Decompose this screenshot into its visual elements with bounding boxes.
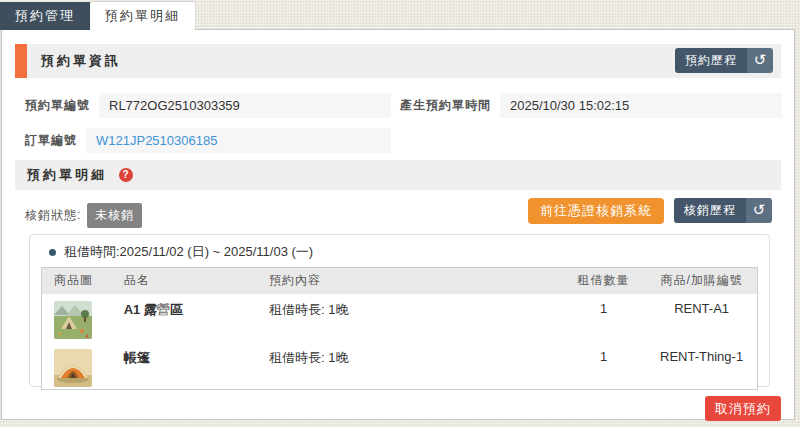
campsite-product-image [54, 301, 92, 339]
verify-status-badge: 未核銷 [87, 203, 142, 228]
verify-status-label: 核銷狀態: [25, 207, 81, 224]
tab-reservation-management[interactable]: 預約管理 [0, 2, 90, 30]
col-header-reservation-content: 預約內容 [257, 268, 561, 294]
col-header-product-name: 品名 [112, 268, 257, 294]
col-header-product-code: 商品/加購編號 [646, 268, 757, 294]
orange-accent-bar [15, 44, 27, 78]
product-name: 帳篷 [112, 342, 257, 390]
detail-section-title: 預約單明細 ? [27, 160, 133, 190]
go-verify-system-button[interactable]: 前往憑證核銷系統 [528, 198, 664, 224]
col-header-product-image: 商品圖 [42, 268, 112, 294]
product-code: RENT-Thing-1 [646, 342, 757, 390]
rental-qty: 1 [561, 342, 646, 390]
reservation-no-field: 預約單編號 RL772OG2510303359 [25, 92, 391, 118]
table-row-tent: 帳篷 租借時長: 1晚 1 RENT-Thing-1 [42, 342, 758, 390]
cancel-reservation-button[interactable]: 取消預約 [705, 396, 781, 421]
rental-period-text: 租借時間:2025/11/02 (日) ~ 2025/11/03 (一) [64, 243, 313, 261]
order-no-field: 訂單編號 W121JP2510306185 [25, 127, 391, 153]
info-section-title: 預約單資訊 [41, 44, 121, 78]
product-name: A1 露營區 [112, 294, 257, 342]
reservation-no-label: 預約單編號 [25, 97, 90, 114]
reservation-content: 租借時長: 1晚 [257, 342, 561, 390]
tab-bar: 預約管理 預約單明細 [0, 2, 195, 30]
detail-section-header: 預約單明細 ? [15, 160, 781, 190]
table-row-campsite: A1 露營區 租借時長: 1晚 1 RENT-A1 [42, 294, 758, 342]
verify-status-row: 核銷狀態: 未核銷 [25, 202, 142, 228]
detail-section-title-text: 預約單明細 [27, 167, 107, 182]
reservation-detail-panel: 預約單資訊 預約歷程 ↺ 預約單編號 RL772OG2510303359 產生預… [1, 29, 795, 420]
rental-group-box: 租借時間:2025/11/02 (日) ~ 2025/11/03 (一) 商品圖… [29, 234, 770, 387]
tent-product-image [54, 349, 92, 387]
info-section-header: 預約單資訊 預約歷程 ↺ [15, 44, 781, 78]
order-no-link[interactable]: W121JP2510306185 [86, 128, 391, 153]
tab-reservation-detail[interactable]: 預約單明細 [90, 2, 195, 30]
verify-history-label: 核銷歷程 [674, 198, 746, 223]
reservation-no-value: RL772OG2510303359 [99, 93, 391, 118]
created-time-field: 產生預約單時間 2025/10/30 15:02:15 [400, 92, 782, 118]
help-question-icon[interactable]: ? [119, 168, 133, 182]
order-no-label: 訂單編號 [25, 132, 77, 149]
rental-period-line: 租借時間:2025/11/02 (日) ~ 2025/11/03 (一) [41, 244, 758, 260]
reservation-content: 租借時長: 1晚 [257, 294, 561, 342]
created-time-value: 2025/10/30 15:02:15 [500, 93, 782, 118]
created-time-label: 產生預約單時間 [400, 97, 491, 114]
reservation-history-label: 預約歷程 [675, 48, 747, 73]
rental-qty: 1 [561, 294, 646, 342]
bullet-dot-icon [49, 249, 56, 256]
history-refresh-icon[interactable]: ↺ [747, 48, 773, 73]
verify-history-refresh-icon[interactable]: ↺ [746, 198, 772, 223]
items-table-header-row: 商品圖 品名 預約內容 租借數量 商品/加購編號 [42, 268, 758, 294]
verify-action-buttons: 前往憑證核銷系統 核銷歷程 ↺ [528, 198, 772, 224]
verify-history-button[interactable]: 核銷歷程 ↺ [674, 198, 772, 223]
reservation-history-button[interactable]: 預約歷程 ↺ [675, 48, 773, 73]
items-table: 商品圖 品名 預約內容 租借數量 商品/加購編號 [41, 267, 758, 390]
product-code: RENT-A1 [646, 294, 757, 342]
col-header-rental-qty: 租借數量 [561, 268, 646, 294]
